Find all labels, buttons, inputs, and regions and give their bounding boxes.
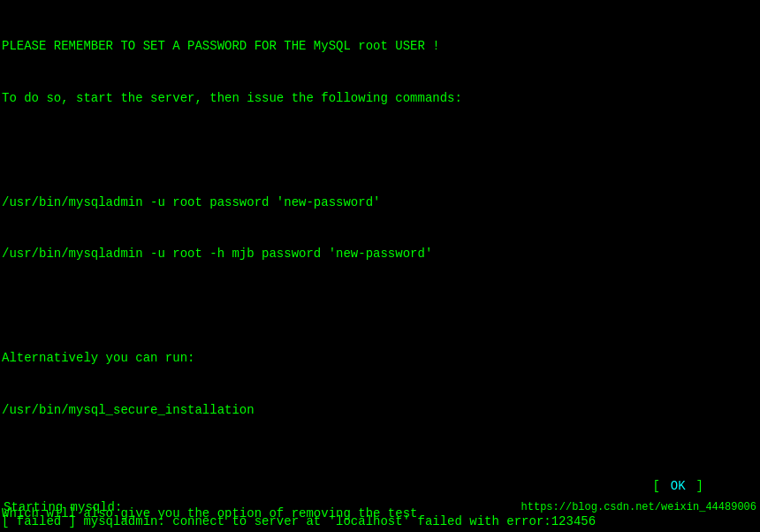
csdn-url[interactable]: https://blog.csdn.net/weixin_44489006 — [521, 501, 756, 513]
terminal-line-0: PLEASE REMEMBER TO SET A PASSWORD FOR TH… — [2, 38, 758, 56]
terminal-line-6: Alternatively you can run: — [2, 350, 758, 368]
bottom-bar: Starting mysqld: https://blog.csdn.net/w… — [0, 500, 760, 514]
terminal-line-7: /usr/bin/mysql_secure_installation — [2, 402, 758, 420]
starting-mysqld-label: Starting mysqld: — [4, 500, 122, 514]
terminal-window: PLEASE REMEMBER TO SET A PASSWORD FOR TH… — [0, 0, 760, 532]
last-terminal-line: [ failed ] mysqladmin: connect to server… — [0, 514, 597, 528]
terminal-line-1: To do so, start the server, then issue t… — [2, 90, 758, 108]
terminal-line-3: /usr/bin/mysqladmin -u root password 'ne… — [2, 194, 758, 212]
ok-bracket-right: ] — [696, 479, 703, 493]
terminal-line-4: /usr/bin/mysqladmin -u root -h mjb passw… — [2, 246, 758, 263]
ok-bar: [ OK ] — [0, 479, 760, 493]
ok-label[interactable]: OK — [671, 479, 686, 493]
terminal-line-5 — [2, 298, 758, 315]
terminal-line-2 — [2, 142, 758, 160]
ok-bracket-left: [ — [652, 479, 659, 493]
terminal-line-8 — [2, 453, 758, 471]
terminal-output: PLEASE REMEMBER TO SET A PASSWORD FOR TH… — [2, 4, 758, 532]
